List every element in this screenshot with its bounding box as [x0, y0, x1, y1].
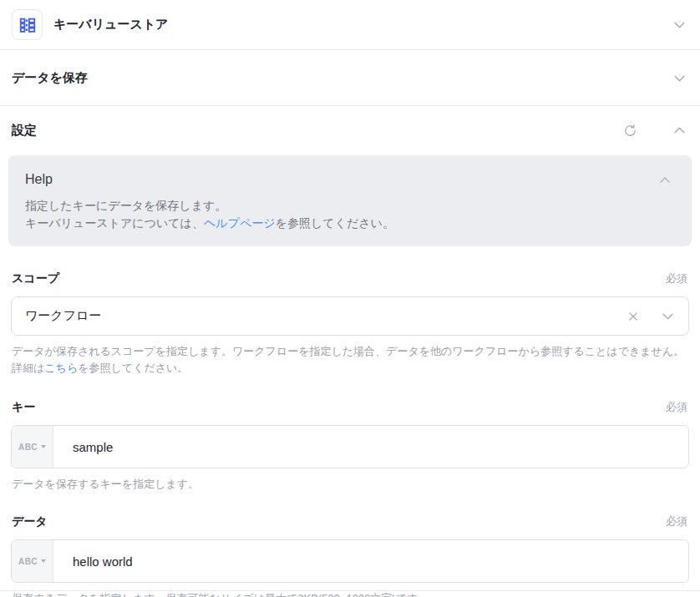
caret-down-icon [41, 559, 46, 563]
chevron-down-icon[interactable] [672, 18, 687, 32]
help-collapse-chevron-up-icon[interactable] [658, 174, 672, 187]
scope-label: スコープ [12, 271, 59, 286]
key-value-list-icon [18, 16, 37, 34]
help-page-link[interactable]: ヘルプページ [204, 216, 276, 230]
kv-store-settings-panel: キーバリューストア データを保存 設定 Help [0, 0, 700, 597]
data-input[interactable] [53, 540, 688, 582]
key-helper-text: データを保存するキーを指定します。 [11, 476, 689, 493]
required-badge: 必須 [666, 271, 687, 286]
bottom-divider [0, 590, 700, 591]
chevron-up-icon[interactable] [672, 124, 687, 138]
help-text: 指定したキーにデータを保存します。 キーバリューストアについては、ヘルプページを… [25, 197, 673, 232]
help-line2-before: キーバリューストアについては、 [25, 216, 204, 230]
help-line1: 指定したキーにデータを保存します。 [25, 199, 226, 212]
save-data-label: データを保存 [12, 70, 88, 86]
refresh-icon[interactable] [623, 124, 637, 138]
data-label: データ [12, 514, 48, 529]
key-type-label: ABC [18, 443, 38, 452]
data-type-label: ABC [18, 557, 38, 566]
key-label: キー [12, 400, 35, 415]
help-line2-after: を参照してください。 [276, 216, 394, 230]
scope-field: スコープ 必須 ワークフロー データが保存されるスコープを指定します。ワークフロ… [11, 271, 689, 377]
key-input[interactable] [53, 426, 688, 468]
scope-select[interactable]: ワークフロー [11, 296, 689, 336]
chevron-down-icon[interactable] [661, 309, 675, 323]
app-accordion-header[interactable]: キーバリューストア [0, 0, 700, 50]
key-type-selector[interactable]: ABC [12, 426, 53, 468]
key-field: キー 必須 ABC データを保存するキーを指定します。 [11, 400, 689, 493]
data-helper-text: 保存するデータを指定します。保存可能なサイズは最大で2KB(500~1000文字… [11, 590, 689, 597]
settings-accordion-header[interactable]: 設定 [0, 106, 700, 155]
scope-helper-text: データが保存されるスコープを指定します。ワークフローを指定した場合、データを他の… [11, 343, 689, 377]
required-badge: 必須 [666, 514, 687, 529]
clear-icon[interactable] [627, 311, 639, 322]
chevron-down-icon[interactable] [672, 71, 687, 85]
help-box: Help 指定したキーにデータを保存します。 キーバリューストアについては、ヘル… [8, 155, 692, 246]
app-icon-box [12, 9, 43, 40]
key-input-box: ABC [11, 425, 689, 468]
scope-helper-after: を参照してください。 [78, 362, 188, 374]
required-badge: 必須 [666, 400, 687, 415]
caret-down-icon [41, 445, 46, 448]
data-type-selector[interactable]: ABC [12, 540, 53, 582]
save-data-accordion-header[interactable]: データを保存 [0, 50, 700, 106]
help-title: Help [25, 172, 673, 187]
scope-selected-value: ワークフロー [25, 308, 101, 324]
app-title: キーバリューストア [53, 17, 168, 33]
data-input-box: ABC [11, 539, 689, 583]
settings-label: 設定 [12, 123, 37, 139]
data-field: データ 必須 ABC 保存するデータを指定します。保存可能なサイズは最大で2KB… [11, 514, 689, 597]
scope-details-link[interactable]: こちら [44, 362, 78, 374]
